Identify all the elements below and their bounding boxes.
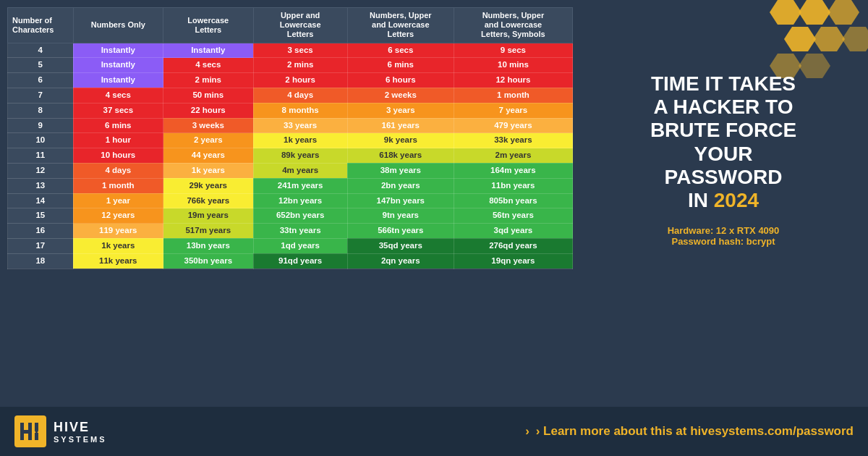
cell-upper-lower: 91qd years	[253, 253, 347, 269]
col-header-numbers: Numbers Only	[73, 8, 163, 43]
cell-chars: 4	[8, 43, 74, 58]
cell-num-upper-lower-sym: 164m years	[454, 163, 572, 178]
table-row: 4InstantlyInstantly3 secs6 secs9 secs	[8, 43, 573, 58]
cell-num-only: 1 year	[73, 193, 163, 208]
table-row: 131 month29k years241m years2bn years11b…	[8, 178, 573, 193]
cell-num-upper-lower-sym: 2m years	[454, 148, 572, 164]
cell-num-upper-lower: 618k years	[347, 148, 454, 164]
cell-chars: 12	[8, 163, 74, 178]
title-line3: BRUTE FORCE	[650, 119, 796, 142]
right-section: TIME IT TAKES A HACKER TO BRUTE FORCE YO…	[579, 0, 868, 407]
cell-num-only: 11k years	[73, 253, 163, 269]
hardware-line1: Hardware: 12 x RTX 4090	[668, 225, 780, 236]
cell-num-upper-lower-sym: 10 mins	[454, 58, 572, 73]
footer-link-url: hivesystems.com/password	[690, 424, 854, 438]
cell-num-upper-lower: 38m years	[347, 163, 454, 178]
table-row: 1811k years350bn years91qd years2qn year…	[8, 253, 573, 269]
svg-rect-11	[28, 423, 32, 440]
cell-num-only: 1 hour	[73, 133, 163, 148]
table-row: 74 secs50 mins4 days2 weeks1 month	[8, 88, 573, 103]
cell-num-upper-lower-sym: 19qn years	[454, 253, 572, 269]
table-row: 16119 years517m years33tn years566tn yea…	[8, 224, 573, 239]
cell-chars: 10	[8, 133, 74, 148]
cell-lower: 13bn years	[163, 238, 254, 253]
cell-upper-lower: 1k years	[253, 133, 347, 148]
svg-rect-10	[20, 430, 29, 434]
cell-num-upper-lower: 161 years	[347, 118, 454, 133]
cell-num-upper-lower: 2 weeks	[347, 88, 454, 103]
logo-area: HIVE SYSTEMS	[14, 415, 107, 447]
svg-marker-7	[799, 54, 830, 78]
title-line5: PASSWORD	[650, 166, 796, 189]
cell-num-upper-lower-sym: 1 month	[454, 88, 572, 103]
cell-num-upper-lower: 6 mins	[347, 58, 454, 73]
cell-chars: 5	[8, 58, 74, 73]
cell-num-only: 12 years	[73, 208, 163, 224]
cell-num-only: Instantly	[73, 58, 163, 73]
cell-chars: 13	[8, 178, 74, 193]
cell-num-upper-lower-sym: 9 secs	[454, 43, 572, 58]
cell-lower: 44 years	[163, 148, 254, 164]
cell-upper-lower: 33 years	[253, 118, 347, 133]
svg-marker-3	[784, 27, 816, 51]
cell-num-only: 1 month	[73, 178, 163, 193]
title-block: TIME IT TAKES A HACKER TO BRUTE FORCE YO…	[650, 72, 796, 212]
cell-lower: 1k years	[163, 163, 254, 178]
cell-num-only: 4 secs	[73, 88, 163, 103]
cell-upper-lower: 33tn years	[253, 224, 347, 239]
cell-upper-lower: 1qd years	[253, 238, 347, 253]
title-year-line: IN 2024	[650, 189, 796, 212]
cell-num-upper-lower: 2bn years	[347, 178, 454, 193]
table-row: 837 secs22 hours8 months3 years7 years	[8, 103, 573, 118]
logo-hive: HIVE	[54, 420, 107, 435]
cell-num-upper-lower: 2qn years	[347, 253, 454, 269]
cell-num-upper-lower-sym: 11bn years	[454, 178, 572, 193]
cell-lower: 350bn years	[163, 253, 254, 269]
title-line4: YOUR	[650, 143, 796, 166]
cell-lower: 517m years	[163, 224, 254, 239]
cell-num-upper-lower-sym: 33k years	[454, 133, 572, 148]
cell-num-only: 6 mins	[73, 118, 163, 133]
cell-chars: 18	[8, 253, 74, 269]
cell-upper-lower: 652bn years	[253, 208, 347, 224]
password-table: Number ofCharacters Numbers Only Lowerca…	[7, 7, 573, 269]
table-row: 141 year766k years12bn years147bn years8…	[8, 193, 573, 208]
cell-num-only: 10 hours	[73, 148, 163, 164]
footer: HIVE SYSTEMS › › Learn more about this a…	[0, 407, 868, 456]
footer-link[interactable]: › › Learn more about this at hivesystems…	[525, 424, 854, 439]
cell-chars: 11	[8, 148, 74, 164]
table-row: 101 hour2 years1k years9k years33k years	[8, 133, 573, 148]
svg-marker-5	[842, 27, 868, 51]
hardware-info: Hardware: 12 x RTX 4090 Password hash: b…	[668, 225, 780, 247]
col-header-upper-lower: Upper andLowercaseLetters	[253, 8, 347, 43]
cell-chars: 9	[8, 118, 74, 133]
cell-num-only: 4 days	[73, 163, 163, 178]
cell-chars: 15	[8, 208, 74, 224]
table-row: 1512 years19m years652bn years9tn years5…	[8, 208, 573, 224]
hive-logo-icon	[14, 415, 46, 447]
cell-chars: 7	[8, 88, 74, 103]
table-section: Number ofCharacters Numbers Only Lowerca…	[0, 0, 579, 407]
cell-lower: 19m years	[163, 208, 254, 224]
col-header-chars: Number ofCharacters	[8, 8, 74, 43]
col-header-num-upper-lower: Numbers, Upperand LowercaseLetters	[347, 8, 454, 43]
cell-lower: 2 years	[163, 133, 254, 148]
cell-num-only: Instantly	[73, 43, 163, 58]
cell-lower: 3 weeks	[163, 118, 254, 133]
cell-lower: 50 mins	[163, 88, 254, 103]
cell-num-upper-lower-sym: 276qd years	[454, 238, 572, 253]
title-in: IN	[688, 189, 714, 211]
cell-upper-lower: 2 hours	[253, 73, 347, 88]
cell-num-upper-lower: 35qd years	[347, 238, 454, 253]
cell-num-only: 119 years	[73, 224, 163, 239]
title-year: 2024	[714, 189, 759, 211]
cell-chars: 14	[8, 193, 74, 208]
table-row: 5Instantly4 secs2 mins6 mins10 mins	[8, 58, 573, 73]
cell-upper-lower: 89k years	[253, 148, 347, 164]
col-header-num-upper-lower-sym: Numbers, Upperand LowercaseLetters, Symb…	[454, 8, 572, 43]
cell-num-upper-lower-sym: 479 years	[454, 118, 572, 133]
title-line2: A HACKER TO	[650, 96, 796, 119]
footer-link-prefix: › Learn more about this at	[536, 424, 690, 438]
svg-marker-2	[827, 0, 859, 25]
footer-arrow: ›	[525, 424, 529, 438]
